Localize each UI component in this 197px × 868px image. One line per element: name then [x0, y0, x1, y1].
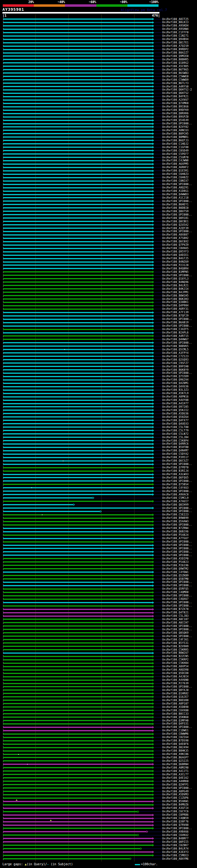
hit-alignment-bar[interactable] — [3, 841, 152, 842]
hit-label[interactable]: UniRef100_Q4UEX3 — [162, 422, 197, 426]
hit-label[interactable]: UniRef100_Q5DCD8 — [162, 672, 197, 675]
hit-alignment-bar[interactable] — [3, 447, 152, 448]
hit-label[interactable]: UniRef100_B9RDP2 — [162, 48, 197, 51]
hit-alignment-bar[interactable] — [3, 211, 152, 212]
hit-label[interactable]: UniRef100_Q4E0F6 — [162, 742, 197, 746]
hit-alignment-bar[interactable] — [3, 754, 152, 755]
hit-label[interactable]: UniRef100_B5AKW1 — [162, 800, 197, 803]
hit-alignment-bar[interactable] — [3, 363, 152, 364]
hit-alignment-bar[interactable] — [3, 200, 152, 202]
hit-alignment-bar[interactable] — [3, 534, 152, 536]
hit-label[interactable]: UniRef100_C5KRR5 — [162, 648, 197, 652]
hit-label[interactable]: UniRef100_A5K7L9 — [162, 392, 197, 395]
hit-alignment-bar[interactable] — [3, 528, 152, 529]
hit-alignment-bar[interactable] — [3, 750, 152, 752]
hit-label[interactable]: UniRef100_A4V6N0 — [162, 678, 197, 682]
hit-label[interactable]: UniRef100_B9I8G6 — [162, 105, 197, 108]
hit-label[interactable]: UniRef100_Q9M2E0 — [162, 55, 197, 58]
hit-label[interactable]: UniRef100_A8X887 — [162, 233, 197, 237]
hit-alignment-bar[interactable] — [3, 598, 152, 600]
hit-label[interactable]: UniRef100_C5DYA2 — [162, 452, 197, 456]
hit-label[interactable]: UniRef100_B0W2U7 — [162, 651, 197, 655]
hit-alignment-bar[interactable] — [3, 484, 152, 485]
hit-alignment-bar[interactable] — [3, 153, 152, 155]
hit-label[interactable]: UniRef100_Q4RRC6 — [162, 442, 197, 445]
hit-alignment-bar[interactable] — [3, 818, 152, 819]
hit-label[interactable]: UniRef100_UPI000.. — [162, 274, 197, 277]
hit-label[interactable]: UniRef100_Q6C0X2 — [162, 240, 197, 243]
hit-alignment-bar[interactable] — [3, 571, 152, 573]
hit-label[interactable]: UniRef100_UPI000.. — [162, 183, 197, 186]
hit-label[interactable]: UniRef100_B3MPN5 — [162, 270, 197, 274]
hit-label[interactable]: UniRef100_Q3MFH0 — [162, 719, 197, 722]
hit-alignment-bar[interactable] — [3, 632, 152, 633]
hit-label[interactable]: UniRef100_Q0CBE1 — [162, 220, 197, 223]
hit-alignment-bar[interactable] — [3, 113, 152, 114]
hit-alignment-bar[interactable] — [3, 804, 152, 805]
hit-label[interactable]: UniRef100_C1FFF0 — [162, 31, 197, 34]
hit-alignment-bar[interactable] — [3, 838, 152, 839]
hit-label[interactable]: UniRef100_Q8SQK9 — [162, 631, 197, 634]
hit-alignment-bar[interactable] — [3, 221, 152, 222]
hit-label[interactable]: UniRef100_B2VY02 — [162, 125, 197, 129]
hit-alignment-bar[interactable] — [3, 248, 152, 249]
hit-label[interactable]: UniRef100_A5DU36 — [162, 412, 197, 415]
hit-label[interactable]: UniRef100_B8PCH5 — [162, 132, 197, 135]
hit-label[interactable]: UniRef100_C5WWE0 — [162, 75, 197, 78]
hit-alignment-bar[interactable] — [3, 460, 152, 462]
hit-alignment-bar[interactable] — [3, 281, 152, 283]
hit-alignment-bar[interactable] — [3, 801, 152, 802]
hit-label[interactable]: UniRef100_UPI000.. — [162, 324, 197, 328]
hit-label[interactable]: UniRef100_C6CYC6 — [162, 810, 197, 813]
hit-label[interactable]: UniRef100_C0SD49 — [162, 149, 197, 152]
hit-label[interactable]: UniRef100_UPI000.. — [162, 479, 197, 483]
hit-label[interactable]: UniRef100_B6SWB3 — [162, 71, 197, 75]
hit-alignment-bar[interactable] — [3, 42, 152, 43]
hit-alignment-bar[interactable] — [3, 734, 152, 735]
hit-label[interactable]: UniRef100_B8MNR1 — [162, 135, 197, 139]
hit-alignment-bar[interactable] — [3, 636, 152, 637]
hit-alignment-bar[interactable] — [3, 578, 152, 580]
hit-label[interactable]: UniRef100_P26196 — [162, 564, 197, 567]
hit-alignment-bar[interactable] — [3, 315, 152, 316]
hit-alignment-bar[interactable] — [3, 25, 152, 27]
hit-alignment-bar[interactable] — [3, 180, 152, 182]
hit-label[interactable]: UniRef100_Q25225 — [162, 759, 197, 763]
hit-label[interactable]: UniRef100_A4IAT7 — [162, 402, 197, 405]
hit-alignment-bar[interactable] — [3, 335, 152, 337]
hit-alignment-bar[interactable] — [3, 609, 152, 610]
hit-alignment-bar[interactable] — [3, 656, 152, 657]
hit-alignment-bar[interactable] — [3, 197, 152, 198]
hit-label[interactable]: UniRef100_A9SHW4 — [162, 27, 197, 31]
hit-label[interactable]: UniRef100_A3CLT7 — [162, 773, 197, 776]
hit-label[interactable]: UniRef100_C5LN72 — [162, 432, 197, 436]
hit-alignment-bar[interactable] — [3, 791, 152, 792]
hit-label[interactable]: UniRef100_UPI000.. — [162, 463, 197, 466]
hit-label[interactable]: UniRef100_A3EXY3 — [162, 850, 197, 854]
hit-label[interactable]: UniRef100_UPI000.. — [162, 786, 197, 790]
hit-label[interactable]: UniRef100_Q0IHV9 — [162, 503, 197, 506]
hit-label[interactable]: UniRef100_A3FPY4 — [162, 351, 197, 355]
hit-alignment-bar[interactable] — [3, 326, 152, 327]
hit-label[interactable]: UniRef100_UPI000.. — [162, 584, 197, 587]
hit-alignment-bar[interactable] — [3, 602, 152, 603]
hit-label[interactable]: UniRef100_B6TLY3 — [162, 82, 197, 85]
hit-alignment-bar[interactable] — [3, 680, 152, 681]
hit-alignment-bar[interactable] — [3, 727, 152, 728]
hit-label[interactable]: UniRef100_Q5RFQ5 — [162, 587, 197, 591]
hit-alignment-bar[interactable] — [3, 831, 146, 832]
hit-label[interactable]: UniRef100_Q7PDT0 — [162, 466, 197, 469]
hit-label[interactable]: UniRef100_C5KRP2 — [162, 658, 197, 661]
hit-label[interactable]: UniRef100_Q4N4M7 — [162, 449, 197, 452]
hit-label[interactable]: UniRef100_P39517 — [162, 456, 197, 459]
hit-alignment-bar[interactable] — [3, 629, 152, 630]
hit-label[interactable]: UniRef100_UPI000.. — [162, 594, 197, 597]
hit-alignment-bar[interactable] — [3, 227, 152, 229]
hit-alignment-bar[interactable] — [3, 747, 152, 748]
hit-alignment-bar[interactable] — [3, 767, 152, 768]
hit-label[interactable]: UniRef100_Q2U5A2 — [162, 223, 197, 227]
hit-alignment-bar[interactable] — [3, 413, 152, 414]
hit-label[interactable]: UniRef100_B5Y531 — [162, 641, 197, 645]
hit-alignment-bar[interactable] — [3, 234, 152, 236]
hit-label[interactable]: UniRef100_B4Q8R4 — [162, 267, 197, 270]
